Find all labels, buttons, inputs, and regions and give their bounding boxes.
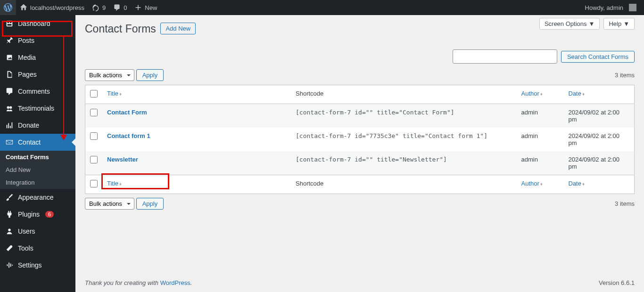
sort-icon: ♦ (119, 91, 122, 97)
new-content-link[interactable]: New (131, 0, 161, 15)
svg-point-1 (9, 106, 12, 109)
comments-count: 0 (124, 4, 127, 11)
sidebar-item-dashboard[interactable]: Dashboard (0, 15, 75, 32)
select-all-top[interactable] (90, 90, 98, 97)
bulk-actions-select-bottom[interactable]: Bulk actions (85, 198, 134, 210)
site-name: localhost/wordpress (30, 4, 84, 11)
items-count-top: 3 items (615, 72, 635, 79)
bulk-actions-select-top[interactable]: Bulk actions (85, 69, 134, 81)
row-date: 2024/09/02 at 2:00 pm (564, 128, 635, 151)
footer-wp-link[interactable]: WordPress (160, 279, 190, 286)
footer-version: Version 6.6.1 (599, 279, 635, 286)
search-submit-button[interactable]: Search Contact Forms (561, 51, 635, 63)
apply-button-bottom[interactable]: Apply (136, 198, 164, 210)
annotation-arrowhead (60, 135, 67, 140)
dashboard-icon (5, 19, 14, 28)
tools-icon (5, 243, 14, 253)
updates-count: 9 (102, 4, 106, 11)
row-title-link[interactable]: Newsletter (107, 156, 138, 163)
svg-point-2 (8, 229, 10, 231)
howdy-text: Howdy, admin (585, 4, 623, 11)
column-header-author[interactable]: Author♦ (517, 85, 564, 104)
sort-icon: ♦ (540, 181, 543, 187)
plugins-icon (5, 210, 14, 219)
column-footer-author[interactable]: Author♦ (517, 175, 564, 194)
submenu-integration[interactable]: Integration (0, 176, 75, 189)
column-header-shortcode: Shortcode (291, 85, 517, 104)
column-footer-shortcode: Shortcode (291, 175, 517, 194)
admin-toolbar: localhost/wordpress 9 0 New Howdy, admin (0, 0, 644, 15)
site-name-link[interactable]: localhost/wordpress (16, 0, 88, 15)
sort-icon: ♦ (582, 91, 585, 97)
brush-icon (5, 193, 14, 202)
row-author: admin (517, 151, 564, 175)
sidebar-item-comments[interactable]: Comments (0, 83, 75, 100)
chart-icon (5, 121, 14, 130)
sidebar-item-testimonials[interactable]: Testimonials (0, 100, 75, 117)
sidebar-item-users[interactable]: Users (0, 223, 75, 240)
items-count-bottom: 3 items (615, 200, 635, 207)
sort-icon: ♦ (582, 181, 585, 187)
search-input[interactable] (453, 49, 557, 64)
sidebar-item-donate[interactable]: Donate (0, 117, 75, 134)
add-new-button[interactable]: Add New (160, 23, 196, 34)
row-shortcode[interactable] (296, 156, 512, 163)
updates-link[interactable]: 9 (88, 0, 109, 15)
sort-icon: ♦ (540, 91, 543, 97)
row-title-link[interactable]: Contact form 1 (107, 132, 150, 139)
new-label: New (145, 4, 157, 11)
sidebar-item-pages[interactable]: Pages (0, 66, 75, 83)
sidebar-item-tools[interactable]: Tools (0, 240, 75, 257)
screen-options-button[interactable]: Screen Options ▼ (539, 18, 600, 30)
column-header-date[interactable]: Date♦ (564, 85, 635, 104)
sidebar-item-appearance[interactable]: Appearance (0, 189, 75, 206)
row-checkbox[interactable] (90, 132, 98, 140)
plus-icon (134, 4, 142, 11)
media-icon (5, 53, 14, 62)
row-date: 2024/09/02 at 2:00 pm (564, 151, 635, 175)
wp-logo[interactable] (0, 0, 16, 15)
submenu-contact-forms[interactable]: Contact Forms (0, 151, 75, 163)
home-icon (20, 4, 27, 11)
column-footer-date[interactable]: Date♦ (564, 175, 635, 194)
pages-icon (5, 70, 14, 79)
sidebar-item-settings[interactable]: Settings (0, 257, 75, 274)
row-shortcode[interactable] (296, 109, 512, 116)
select-all-bottom[interactable] (90, 180, 98, 187)
help-button[interactable]: Help ▼ (603, 18, 635, 30)
testimonials-icon (5, 104, 14, 113)
sidebar-item-posts[interactable]: Posts (0, 32, 75, 49)
row-title-link[interactable]: Contact Form (107, 109, 147, 116)
row-date: 2024/09/02 at 2:00 pm (564, 104, 635, 128)
users-icon (5, 227, 14, 236)
page-title: Contact Forms (85, 15, 156, 35)
sort-icon: ♦ (119, 181, 122, 187)
chevron-down-icon: ▼ (589, 20, 595, 27)
table-row: Newsletteradmin2024/09/02 at 2:00 pm (85, 151, 635, 175)
account-menu[interactable]: Howdy, admin (581, 0, 640, 15)
svg-point-0 (7, 106, 9, 109)
email-icon (5, 138, 14, 147)
update-icon (92, 4, 99, 11)
wordpress-icon (4, 3, 12, 12)
plugins-update-badge: 6 (45, 211, 54, 218)
column-footer-title[interactable]: Title♦ (102, 175, 291, 194)
row-author: admin (517, 104, 564, 128)
row-checkbox[interactable] (90, 156, 98, 163)
comments-link[interactable]: 0 (109, 0, 131, 15)
column-header-title[interactable]: Title♦ (102, 85, 291, 104)
admin-sidebar: Dashboard Posts Media Pages Comments Tes… (0, 15, 75, 292)
annotation-arcontainer (63, 37, 64, 136)
comments-icon (5, 87, 14, 96)
table-row: Contact Formadmin2024/09/02 at 2:00 pm (85, 104, 635, 128)
chevron-down-icon: ▼ (623, 20, 629, 27)
submenu-add-new[interactable]: Add New (0, 163, 75, 176)
footer-thanks: Thank you for creating with (85, 279, 160, 286)
admin-footer: Thank you for creating with WordPress. V… (75, 274, 644, 292)
sidebar-item-media[interactable]: Media (0, 49, 75, 66)
row-checkbox[interactable] (90, 109, 98, 116)
sidebar-item-plugins[interactable]: Plugins 6 (0, 206, 75, 223)
apply-button-top[interactable]: Apply (136, 69, 164, 81)
row-shortcode[interactable] (296, 132, 512, 139)
table-row: Contact form 1admin2024/09/02 at 2:00 pm (85, 128, 635, 151)
